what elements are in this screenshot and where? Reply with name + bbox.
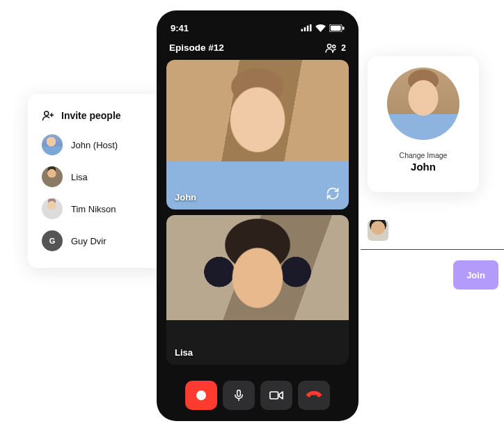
person-row[interactable]: Lisa: [42, 166, 153, 187]
participants-icon: [325, 43, 338, 53]
participant-count-value: 2: [341, 43, 346, 53]
title-row: Episode #12 2: [166, 35, 349, 60]
video-tile[interactable]: John: [166, 60, 349, 209]
avatar: [42, 198, 63, 219]
svg-rect-8: [331, 25, 341, 30]
signal-icon: [301, 24, 312, 31]
person-name: John (Host): [71, 140, 118, 150]
tile-label: John: [175, 192, 196, 203]
video-icon: [269, 390, 283, 401]
svg-point-10: [328, 44, 331, 47]
invite-header-label: Invite people: [61, 110, 121, 121]
status-time: 9:41: [171, 23, 189, 33]
hangup-button[interactable]: [298, 381, 330, 410]
phone-frame: 9:41 Episode #12 2: [157, 10, 359, 421]
record-icon: [196, 390, 206, 400]
change-image-link[interactable]: Change Image: [400, 151, 448, 159]
call-controls: [166, 375, 349, 410]
person-row[interactable]: Tim Nikson: [42, 198, 153, 219]
svg-rect-9: [342, 26, 344, 30]
avatar: [42, 134, 63, 155]
person-name: Lisa: [71, 172, 88, 182]
svg-marker-15: [279, 392, 283, 399]
svg-point-0: [45, 111, 49, 116]
video-button[interactable]: [260, 381, 292, 410]
svg-rect-5: [307, 26, 309, 31]
person-row[interactable]: G Guy Dvir: [42, 230, 153, 251]
svg-rect-12: [237, 390, 241, 397]
join-button-label: Join: [466, 270, 485, 280]
divider-line: [361, 249, 504, 250]
invite-header[interactable]: Invite people: [42, 109, 153, 122]
invite-people-icon: [42, 109, 54, 122]
switch-camera-icon[interactable]: [324, 184, 342, 203]
wifi-icon: [315, 24, 326, 32]
record-button[interactable]: [185, 381, 217, 410]
status-bar: 9:41: [166, 20, 349, 35]
profile-avatar[interactable]: [387, 68, 459, 140]
episode-title: Episode #12: [169, 42, 224, 53]
invite-panel: Invite people John (Host) Lisa Tim Nikso…: [28, 94, 167, 268]
profile-card: Change Image John: [368, 56, 479, 192]
profile-name: John: [411, 161, 436, 173]
svg-rect-14: [270, 392, 278, 399]
tile-label: Lisa: [175, 347, 193, 358]
hangup-icon: [306, 391, 322, 400]
svg-rect-3: [301, 29, 304, 31]
video-tile[interactable]: Lisa: [166, 215, 349, 365]
join-button[interactable]: Join: [453, 260, 498, 290]
svg-rect-4: [304, 27, 306, 31]
avatar: [42, 166, 63, 187]
person-name: Guy Dvir: [71, 236, 107, 246]
svg-rect-6: [310, 24, 312, 31]
mic-icon: [233, 389, 245, 402]
mic-button[interactable]: [223, 381, 255, 410]
participant-count[interactable]: 2: [325, 43, 346, 53]
person-row[interactable]: John (Host): [42, 134, 153, 155]
floating-avatar: [368, 220, 388, 241]
person-name: Tim Nikson: [71, 204, 116, 214]
avatar: G: [42, 230, 63, 251]
battery-icon: [329, 24, 345, 32]
svg-point-11: [333, 45, 336, 47]
